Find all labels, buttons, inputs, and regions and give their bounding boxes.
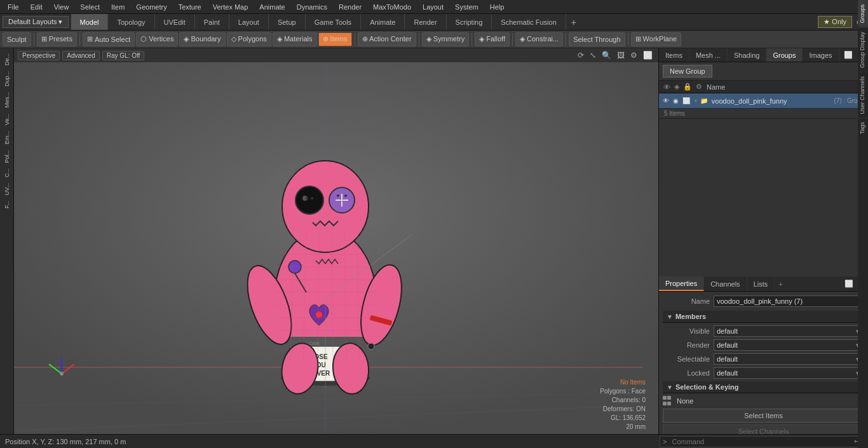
- layout-tab-model[interactable]: Model: [71, 14, 109, 30]
- props-tab-properties[interactable]: Properties: [659, 276, 704, 291]
- tab-images[interactable]: Images: [803, 48, 839, 62]
- workplane-button[interactable]: ⊞ WorkPlane: [631, 32, 682, 46]
- menu-dynamics[interactable]: Dynamics: [292, 2, 332, 12]
- visible-dropdown[interactable]: default ▼: [714, 325, 864, 337]
- advanced-button[interactable]: Advanced: [62, 51, 99, 60]
- menu-render[interactable]: Render: [334, 2, 367, 12]
- menu-maxtomode[interactable]: MaxToModo: [368, 2, 416, 12]
- layout-tab-layout[interactable]: Layout: [229, 14, 269, 30]
- tab-shading[interactable]: Shading: [728, 48, 766, 62]
- ray-gl-button[interactable]: Ray GL: Off: [102, 51, 145, 60]
- props-tab-channels[interactable]: Channels: [704, 276, 747, 291]
- items-button[interactable]: ⊕ Items: [318, 32, 352, 46]
- expand-icon[interactable]: ⬜: [641, 50, 654, 60]
- render-dropdown[interactable]: default ▼: [714, 339, 864, 351]
- layout-tab-scripting[interactable]: Scripting: [447, 14, 492, 30]
- sidebar-item-f[interactable]: F...: [3, 198, 11, 211]
- select-items-button[interactable]: Select Items: [663, 409, 864, 423]
- add-tab-button[interactable]: +: [775, 279, 786, 289]
- edge-tab-group-display[interactable]: Group Display: [858, 27, 868, 72]
- edge-tab-groups[interactable]: Groups: [858, 0, 868, 27]
- select-channels-button[interactable]: Select Channels: [663, 424, 864, 434]
- add-layout-button[interactable]: +: [566, 15, 581, 30]
- locked-dropdown[interactable]: default ▼: [714, 367, 864, 379]
- expand-panel-icon[interactable]: ⬜: [842, 51, 855, 59]
- layout-tab-render[interactable]: Render: [405, 14, 446, 30]
- menu-select[interactable]: Select: [75, 2, 105, 12]
- expand-props-icon[interactable]: ⬜: [842, 280, 856, 288]
- menu-view[interactable]: View: [49, 2, 74, 12]
- boundary-button[interactable]: ◈ Boundary: [179, 32, 225, 46]
- visible-row: Visible default ▼: [663, 325, 864, 337]
- render-toggle-icon2[interactable]: ◉: [672, 97, 680, 105]
- rotate-icon[interactable]: ⟳: [576, 50, 586, 60]
- menu-vertex-map[interactable]: Vertex Map: [208, 2, 254, 12]
- menu-help[interactable]: Help: [485, 2, 510, 12]
- vertices-button[interactable]: ⬡ Vertices: [136, 32, 178, 46]
- menu-animate[interactable]: Animate: [254, 2, 290, 12]
- zoom-reset-icon[interactable]: ⤡: [588, 50, 598, 60]
- falloff-button[interactable]: ◈ Falloff: [475, 32, 510, 46]
- layout-tab-setup[interactable]: Setup: [269, 14, 306, 30]
- select-through-button[interactable]: Select Through: [569, 32, 625, 46]
- members-section-header[interactable]: ▼ Members: [663, 311, 864, 323]
- lock-toggle-icon[interactable]: ⬜: [681, 97, 691, 105]
- sidebar-item-uv[interactable]: UV...: [3, 180, 11, 198]
- eye-toggle-icon[interactable]: 👁: [661, 97, 670, 105]
- menu-file[interactable]: File: [3, 2, 24, 12]
- toolbar-separator: [34, 33, 34, 46]
- sculpt-button[interactable]: Sculpt: [3, 32, 31, 46]
- menu-geometry[interactable]: Geometry: [131, 2, 172, 12]
- voodoo-doll[interactable]: LOSE LOSE YOU LOVER: [217, 95, 433, 402]
- viewport-canvas[interactable]: LOSE LOSE YOU LOVER: [14, 62, 658, 434]
- action-center-button[interactable]: ⊕ Action Center: [358, 32, 416, 46]
- auto-select-button[interactable]: ⊞ Auto Select: [83, 32, 135, 46]
- settings-icon[interactable]: ⚙: [628, 50, 639, 60]
- viewport[interactable]: Perspective Advanced Ray GL: Off ⟳ ⤡ 🔍 🖼…: [14, 48, 658, 434]
- edge-tab-user-channels[interactable]: User Channels: [858, 72, 868, 118]
- layout-tab-animate[interactable]: Animate: [361, 14, 405, 30]
- sidebar-item-mes[interactable]: Mes...: [3, 90, 11, 111]
- selection-keying-header[interactable]: ▼ Selection & Keying: [663, 381, 864, 393]
- sidebar-item-ve[interactable]: Ve...: [3, 111, 11, 128]
- edge-tab-tags[interactable]: Tags: [858, 118, 868, 138]
- sidebar-item-em[interactable]: Em...: [3, 128, 11, 147]
- menu-texture[interactable]: Texture: [173, 2, 207, 12]
- tab-items[interactable]: Items: [659, 48, 689, 62]
- group-row[interactable]: 👁 ◉ ⬜ + 📁 voodoo_doll_pink_funny (7) : G…: [659, 93, 868, 109]
- tab-mesh[interactable]: Mesh ...: [689, 48, 728, 62]
- render-icon[interactable]: 🖼: [615, 50, 627, 60]
- symmetry-button[interactable]: ◈ Symmetry: [422, 32, 470, 46]
- star-only-button[interactable]: ★ Only: [818, 16, 852, 28]
- zoom-in-icon[interactable]: 🔍: [600, 50, 613, 60]
- sidebar-item-c[interactable]: C...: [3, 166, 11, 180]
- tab-groups[interactable]: Groups: [766, 48, 803, 62]
- render-label: Render: [663, 341, 714, 349]
- materials-button[interactable]: ◈ Materials: [273, 32, 317, 46]
- constraints-button[interactable]: ◈ Constrai...: [515, 32, 563, 46]
- presets-button[interactable]: ⊞ Presets: [37, 32, 77, 46]
- layout-tab-schematic[interactable]: Schematic Fusion: [492, 14, 566, 30]
- layout-tab-uvedit[interactable]: UVEdit: [155, 14, 195, 30]
- sidebar-item-pol[interactable]: Pol...: [3, 147, 11, 166]
- selectable-dropdown[interactable]: default ▼: [714, 353, 864, 365]
- menu-item[interactable]: Item: [106, 2, 130, 12]
- menu-layout[interactable]: Layout: [417, 2, 449, 12]
- layout-tab-paint[interactable]: Paint: [195, 14, 229, 30]
- menu-edit[interactable]: Edit: [25, 2, 48, 12]
- perspective-button[interactable]: Perspective: [18, 51, 60, 60]
- command-input[interactable]: [669, 438, 851, 445]
- polygons-button[interactable]: ◇ Polygons: [227, 32, 271, 46]
- props-tab-lists[interactable]: Lists: [747, 276, 775, 291]
- menu-system[interactable]: System: [450, 2, 484, 12]
- layout-tab-game-tools[interactable]: Game Tools: [306, 14, 362, 30]
- sidebar-item-de[interactable]: De...: [3, 51, 11, 68]
- new-group-button[interactable]: New Group: [663, 65, 712, 78]
- toolbar-separator-2: [79, 33, 80, 46]
- sidebar-item-dup[interactable]: Dup...: [3, 69, 11, 89]
- layout-tab-topology[interactable]: Topology: [108, 14, 154, 30]
- groups-list: 👁 ◉ ⬜ + 📁 voodoo_doll_pink_funny (7) : G…: [659, 93, 868, 119]
- name-input[interactable]: [714, 295, 864, 307]
- expand-toggle-icon[interactable]: +: [693, 97, 699, 105]
- layout-dropdown[interactable]: Default Layouts ▾: [3, 16, 69, 28]
